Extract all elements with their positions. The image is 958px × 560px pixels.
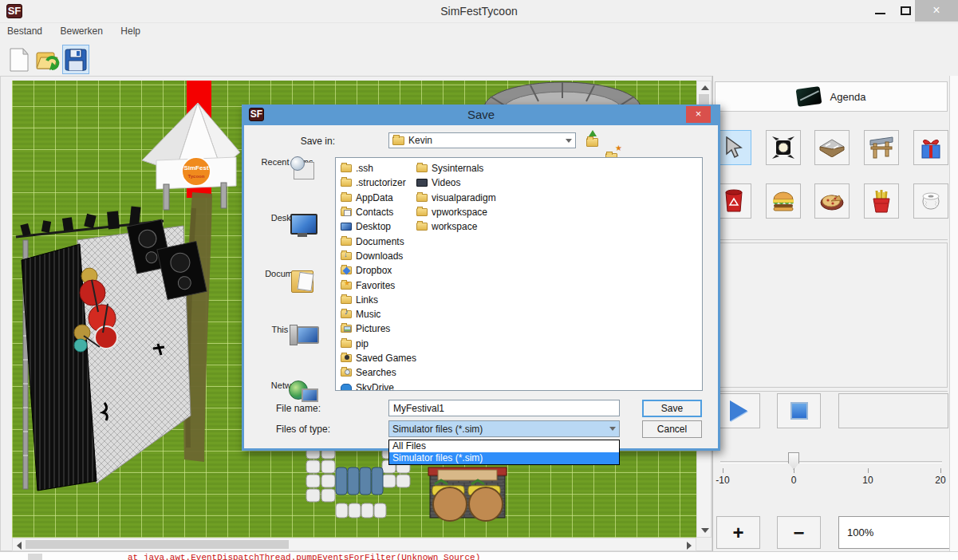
stop-button[interactable] (777, 393, 821, 428)
maximize-button[interactable] (895, 0, 917, 22)
menu-bar: Bestand Bewerken Help (0, 22, 958, 40)
tool-fries-button[interactable] (864, 183, 899, 219)
scroll-up-icon[interactable] (701, 85, 709, 90)
place-button[interactable]: Desktop (255, 211, 319, 223)
minimize-button[interactable] (869, 0, 892, 22)
horizontal-scroll-thumb[interactable] (26, 540, 289, 549)
trash-bin-icon (723, 189, 744, 213)
tool-road-button[interactable] (814, 130, 850, 165)
file-list-item[interactable]: vpworkspace (416, 205, 496, 219)
menu-help[interactable]: Help (113, 23, 148, 39)
open-file-button[interactable] (34, 45, 61, 74)
file-list-item[interactable]: .structorizer (341, 175, 416, 190)
file-name: visualparadigm (432, 192, 496, 203)
dropdown-option-all-files[interactable]: All Files (389, 440, 619, 452)
save-button[interactable]: Save (642, 400, 702, 417)
place-button[interactable]: Recent Items (255, 156, 319, 167)
file-list-item[interactable]: Downloads (341, 249, 416, 263)
file-name: Contacts (356, 207, 393, 218)
file-list-item[interactable]: Pictures (341, 321, 416, 336)
file-name: Sysinternals (432, 163, 483, 174)
agenda-button[interactable]: Agenda (715, 81, 948, 112)
file-name-label: File name: (276, 403, 362, 414)
file-folder-icon (416, 164, 428, 172)
toilet-paper-icon (920, 190, 942, 212)
save-dialog-body: Save in: Kevin ★ (244, 125, 718, 448)
file-list-item[interactable]: pip (341, 337, 416, 351)
file-list-item[interactable]: Music (341, 307, 416, 321)
chevron-down-icon (566, 139, 572, 143)
tool-trash-button[interactable] (716, 183, 751, 219)
cancel-button[interactable]: Cancel (642, 420, 702, 438)
file-list-item[interactable]: Links (341, 293, 416, 307)
place-button[interactable]: Network (255, 379, 319, 390)
tick-label-10: 10 (862, 475, 873, 486)
tool-cursor-button[interactable] (716, 130, 751, 165)
close-button[interactable]: × (915, 0, 958, 22)
zoom-in-button[interactable]: + (716, 516, 760, 549)
tick-mark (940, 468, 941, 473)
file-list-item[interactable]: SkyDrive (341, 380, 416, 391)
file-name: Searches (356, 367, 396, 378)
files-of-type-combobox[interactable]: Simulator files (*.sim) (388, 420, 620, 437)
file-folder-icon (416, 194, 428, 202)
speed-slider-track[interactable] (720, 461, 942, 463)
burger-icon (771, 191, 795, 211)
file-name-input[interactable]: MyFestival1 (388, 400, 620, 416)
gate-icon (869, 136, 894, 160)
cursor-icon (723, 136, 744, 159)
zoom-out-button[interactable]: − (777, 516, 821, 549)
menu-bestand[interactable]: Bestand (0, 23, 49, 39)
dialog-close-button[interactable]: × (686, 106, 711, 123)
file-list-item[interactable]: Favorites (341, 278, 416, 292)
save-in-combobox[interactable]: Kevin (388, 132, 576, 148)
tool-pizza-button[interactable] (814, 183, 850, 219)
new-file-button[interactable] (6, 45, 33, 74)
zoom-level-field[interactable]: 100% (838, 516, 952, 549)
up-one-level-button[interactable] (585, 133, 601, 148)
file-name: Saved Games (356, 353, 416, 364)
file-list-item[interactable]: .ssh (341, 161, 416, 175)
panel-scroll-strip (949, 76, 958, 551)
file-list-item[interactable]: visualparadigm (416, 191, 496, 205)
main-toolbar (0, 40, 958, 76)
tick-label-0: 0 (791, 475, 797, 486)
tick-mark (868, 468, 869, 473)
file-folder-icon (341, 223, 352, 231)
scroll-left-icon[interactable] (17, 542, 22, 550)
save-file-button[interactable] (62, 45, 89, 74)
file-list-item[interactable]: Desktop (341, 219, 416, 234)
dropdown-option-sim-files[interactable]: Simulator files (*.sim) (389, 452, 619, 464)
file-name: workspace (432, 221, 477, 232)
speed-slider-thumb[interactable] (788, 452, 799, 470)
file-list-item[interactable]: Videos (416, 175, 496, 190)
file-list-item[interactable]: workspace (416, 219, 496, 234)
horizontal-scrollbar[interactable] (12, 538, 696, 551)
tool-spotlight-button[interactable] (766, 130, 801, 165)
file-list-column-2: Sysinternals Videos visualparadigm (416, 161, 496, 234)
file-list-item[interactable]: Contacts (341, 205, 416, 219)
status-pane (838, 393, 948, 428)
tool-gate-button[interactable] (864, 130, 899, 165)
tool-toilet-paper-button[interactable] (913, 183, 948, 219)
menu-bewerken[interactable]: Bewerken (53, 23, 110, 39)
tool-burger-button[interactable] (766, 183, 801, 219)
play-button[interactable] (716, 393, 760, 428)
file-list-item[interactable]: Dropbox (341, 263, 416, 278)
place-button[interactable]: Documents (255, 267, 319, 278)
scroll-right-icon[interactable] (687, 542, 692, 550)
place-button[interactable]: This PC (255, 323, 319, 334)
save-in-label: Save in: (276, 136, 335, 147)
scroll-down-icon[interactable] (701, 528, 709, 533)
file-list-item[interactable]: Searches (341, 365, 416, 380)
file-list[interactable]: .ssh .structorizer AppData (335, 157, 703, 391)
file-list-item[interactable]: Sysinternals (416, 161, 496, 175)
tool-gift-button[interactable] (913, 130, 948, 165)
file-list-item[interactable]: AppData (341, 191, 416, 205)
file-folder-icon (341, 179, 352, 187)
file-list-item[interactable]: Saved Games (341, 351, 416, 365)
save-dialog-titlebar[interactable]: SF Save × (242, 105, 720, 125)
gift-icon (919, 136, 943, 160)
file-list-item[interactable]: Documents (341, 234, 416, 248)
save-icon (65, 49, 87, 71)
